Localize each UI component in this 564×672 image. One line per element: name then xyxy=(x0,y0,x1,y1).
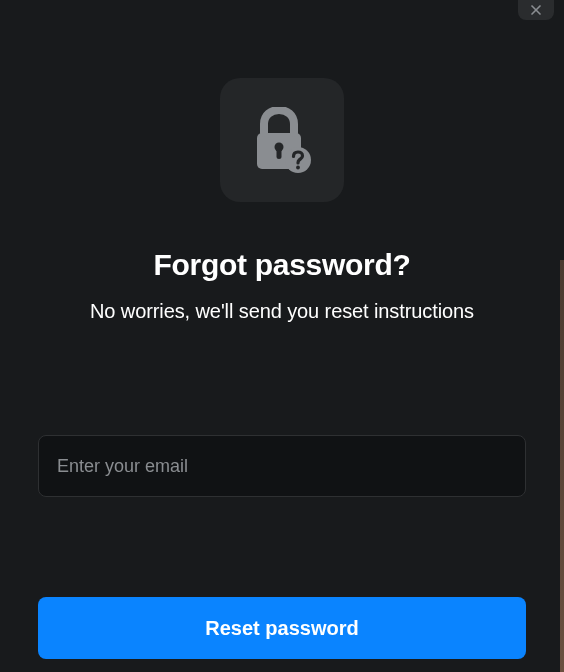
lock-icon-container xyxy=(220,78,344,202)
right-edge-decoration xyxy=(560,260,564,672)
close-button[interactable] xyxy=(518,0,554,20)
page-subtitle: No worries, we'll send you reset instruc… xyxy=(90,300,474,323)
reset-password-button[interactable]: Reset password xyxy=(38,597,526,659)
svg-point-6 xyxy=(296,166,300,170)
forgot-password-panel: Forgot password? No worries, we'll send … xyxy=(0,0,564,659)
email-field[interactable] xyxy=(38,435,526,497)
lock-question-icon xyxy=(251,107,313,173)
page-title: Forgot password? xyxy=(154,248,411,282)
close-icon xyxy=(528,2,544,18)
svg-rect-4 xyxy=(277,149,282,159)
